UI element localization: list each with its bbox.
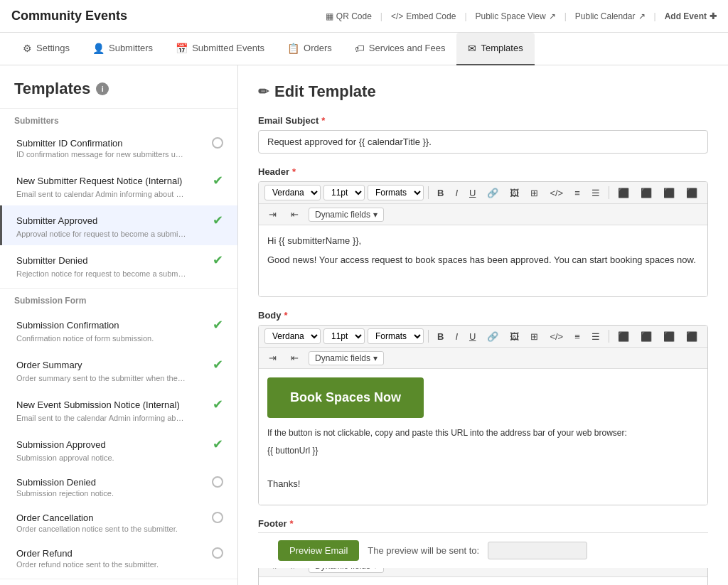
top-bar-actions: ▦ QR Code | </> Embed Code | Public Spac… xyxy=(326,11,717,21)
ordered-list-button[interactable]: ≡ xyxy=(570,186,584,200)
item-name-submitter-id-confirmation: Submitter ID Confirmation xyxy=(16,138,123,149)
template-item-submitter-id-confirmation[interactable]: Submitter ID Confirmation ID confirmatio… xyxy=(0,130,237,166)
body-italic-button[interactable]: I xyxy=(451,329,462,344)
section-label-dynamic-fields: Dynamic Fields xyxy=(0,579,237,585)
tab-label-orders: Orders xyxy=(304,43,332,53)
template-item-order-refund[interactable]: Order Refund Order refund notice sent to… xyxy=(0,540,237,576)
body-bold-button[interactable]: B xyxy=(433,329,448,344)
code-button[interactable]: </> xyxy=(545,186,567,200)
indent-btn[interactable]: ⇥ xyxy=(264,207,281,222)
tab-templates[interactable]: ✉Templates xyxy=(456,33,534,65)
unordered-list-button[interactable]: ☰ xyxy=(587,186,604,200)
align-justify-button[interactable]: ⬛ xyxy=(682,186,702,200)
tab-submitters[interactable]: 👤Submitters xyxy=(81,33,164,65)
body-table-button[interactable]: ⊞ xyxy=(526,329,542,344)
body-label: Body * xyxy=(258,310,708,321)
body-editor: Verdana 11pt Formats B I U 🔗 🖼 ⊞ </> ≡ ☰ xyxy=(258,325,708,505)
body-ordered-list-button[interactable]: ≡ xyxy=(570,329,584,344)
body-image-button[interactable]: 🖼 xyxy=(505,329,523,344)
body-code-button[interactable]: </> xyxy=(545,329,567,344)
align-center-button[interactable]: ⬛ xyxy=(636,186,656,200)
bold-button[interactable]: B xyxy=(433,186,448,200)
template-item-submission-denied[interactable]: Submission Denied Submission rejection n… xyxy=(0,469,237,505)
template-item-new-submitter-request-notice[interactable]: New Submitter Request Notice (Internal) … xyxy=(0,166,237,205)
template-item-submitter-approved[interactable]: Submitter Approved ✔ Approval notice for… xyxy=(0,205,237,245)
align-right-button[interactable]: ⬛ xyxy=(659,186,679,200)
preview-email-input[interactable] xyxy=(488,542,587,559)
body-link-button[interactable]: 🔗 xyxy=(483,329,503,344)
tab-label-templates: Templates xyxy=(481,43,523,53)
body-chevron-down-icon: ▾ xyxy=(373,353,378,363)
item-name-order-cancellation: Order Cancellation xyxy=(16,512,93,523)
tab-orders[interactable]: 📋Orders xyxy=(276,33,343,65)
template-item-submitter-denied[interactable]: Submitter Denied ✔ Rejection notice for … xyxy=(0,245,237,285)
book-spaces-button[interactable]: Book Spaces Now xyxy=(267,377,424,418)
required-marker4: * xyxy=(289,518,293,529)
body-unordered-list-button[interactable]: ☰ xyxy=(587,329,604,344)
email-subject-input[interactable] xyxy=(258,130,708,154)
body-toolbar-sep1 xyxy=(428,330,429,343)
outdent-btn[interactable]: ⇤ xyxy=(287,207,303,222)
tab-submitted-events[interactable]: 📅Submitted Events xyxy=(164,33,276,65)
preview-email-button[interactable]: Preview Email xyxy=(278,540,359,561)
body-editor-body[interactable]: Book Spaces Now If the button is not cli… xyxy=(259,369,707,505)
template-item-order-cancellation[interactable]: Order Cancellation Order cancellation no… xyxy=(0,505,237,540)
tab-settings[interactable]: ⚙Settings xyxy=(11,33,81,65)
disabled-icon-submission-denied xyxy=(212,476,223,488)
body-formats-select[interactable]: Formats xyxy=(368,328,424,344)
item-header-submission-denied: Submission Denied xyxy=(16,476,223,488)
section-label-submitters: Submitters xyxy=(0,108,237,130)
item-desc-submission-approved: Submission approval notice. xyxy=(16,453,187,462)
body-thanks: Thanks! xyxy=(267,477,699,492)
body-align-left-button[interactable]: ⬛ xyxy=(614,329,633,344)
item-name-submission-approved: Submission Approved xyxy=(16,439,106,450)
qr-icon: ▦ xyxy=(326,11,333,21)
formats-select[interactable]: Formats xyxy=(368,185,424,200)
public-calendar-link[interactable]: Public Calendar ↗ xyxy=(575,11,646,21)
template-item-order-summary[interactable]: Order Summary ✔ Order summary sent to th… xyxy=(0,350,237,390)
body-dynamic-fields-button[interactable]: Dynamic fields ▾ xyxy=(309,351,384,365)
underline-button[interactable]: U xyxy=(465,186,480,200)
item-desc-submission-denied: Submission rejection notice. xyxy=(16,489,187,498)
item-name-order-summary: Order Summary xyxy=(16,360,82,370)
sidebar-header: Templates i xyxy=(0,65,237,105)
italic-button[interactable]: I xyxy=(451,186,462,200)
body-indent-btn[interactable]: ⇥ xyxy=(264,350,281,365)
body-outdent-btn[interactable]: ⇤ xyxy=(287,350,303,365)
template-item-new-event-submission-notice[interactable]: New Event Submission Notice (Internal) ✔… xyxy=(0,390,237,429)
tab-label-submitters: Submitters xyxy=(109,43,153,53)
size-select[interactable]: 11pt xyxy=(323,185,365,200)
section-label-submission-form: Submission Form xyxy=(0,288,237,310)
qr-code-link[interactable]: ▦ QR Code xyxy=(326,11,372,21)
disabled-icon-order-refund xyxy=(212,547,223,559)
info-icon[interactable]: i xyxy=(96,82,109,95)
align-left-button[interactable]: ⬛ xyxy=(614,186,633,200)
template-item-submission-confirmation[interactable]: Submission Confirmation ✔ Confirmation n… xyxy=(0,310,237,350)
tab-services-fees[interactable]: 🏷Services and Fees xyxy=(343,33,457,65)
tab-icon-templates: ✉ xyxy=(468,43,476,54)
item-desc-submitter-id-confirmation: ID confirmation message for new submitte… xyxy=(16,150,187,159)
dynamic-fields-button[interactable]: Dynamic fields ▾ xyxy=(309,208,384,222)
add-event-button[interactable]: Add Event ✚ xyxy=(665,11,717,21)
item-header-submitter-denied: Submitter Denied ✔ xyxy=(16,252,223,268)
item-header-order-refund: Order Refund xyxy=(16,547,223,559)
image-button[interactable]: 🖼 xyxy=(505,186,523,200)
header-toolbar-row2: ⇥ ⇤ Dynamic fields ▾ xyxy=(259,204,707,225)
footer-editor-body[interactable]: The Timely Team xyxy=(259,577,707,585)
table-button[interactable]: ⊞ xyxy=(526,186,542,200)
public-space-view-link[interactable]: Public Space View ↗ xyxy=(476,11,556,21)
tab-icon-submitters: 👤 xyxy=(92,43,105,54)
body-align-justify-button[interactable]: ⬛ xyxy=(682,329,702,344)
body-align-center-button[interactable]: ⬛ xyxy=(636,329,656,344)
body-font-select[interactable]: Verdana xyxy=(264,328,321,344)
enabled-icon-submitter-approved: ✔ xyxy=(213,213,223,228)
body-size-select[interactable]: 11pt xyxy=(323,328,365,344)
item-desc-new-event-submission-notice: Email sent to the calendar Admin informi… xyxy=(16,414,187,422)
font-select[interactable]: Verdana xyxy=(264,185,321,200)
header-editor-body[interactable]: Hi {{ submitterName }}, Good news! Your … xyxy=(259,225,707,296)
template-item-submission-approved[interactable]: Submission Approved ✔ Submission approva… xyxy=(0,429,237,469)
link-button[interactable]: 🔗 xyxy=(483,186,503,200)
body-align-right-button[interactable]: ⬛ xyxy=(659,329,679,344)
body-underline-button[interactable]: U xyxy=(465,329,480,344)
embed-code-link[interactable]: </> Embed Code xyxy=(391,11,456,21)
